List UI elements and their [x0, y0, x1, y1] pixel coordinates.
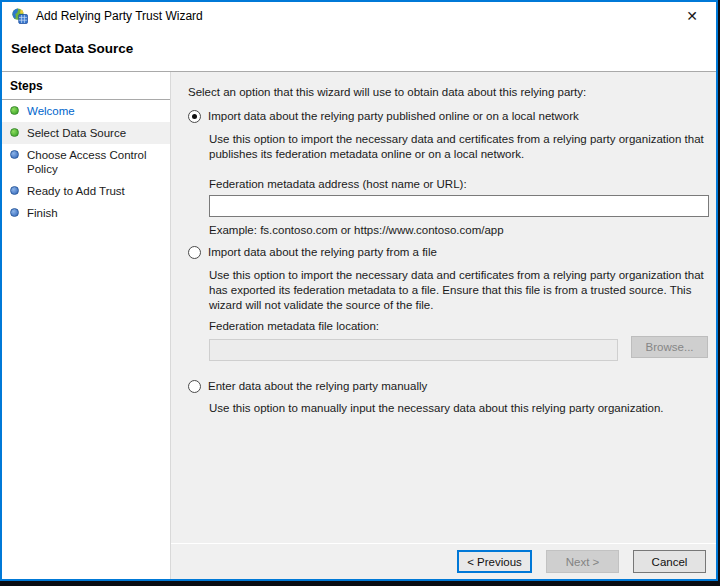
close-button[interactable]: ✕ — [676, 3, 708, 29]
button-bar: < Previous Next > Cancel — [171, 543, 716, 579]
page-title: Select Data Source — [11, 41, 716, 56]
example-text: Example: fs.contoso.com or https://www.c… — [209, 223, 708, 238]
title-bar: Add Relying Party Trust Wizard ✕ — [2, 2, 716, 30]
option-import-file: Import data about the relying party from… — [188, 245, 708, 260]
radio-label[interactable]: Enter data about the relying party manua… — [208, 379, 427, 394]
browse-button[interactable]: Browse... — [631, 336, 708, 358]
step-label: Ready to Add Trust — [27, 184, 125, 198]
wizard-window: Add Relying Party Trust Wizard ✕ Select … — [0, 0, 718, 581]
step-label: Select Data Source — [27, 126, 126, 140]
steps-sidebar: Steps Welcome Select Data Source Choose … — [2, 72, 171, 579]
radio-import-file[interactable] — [188, 246, 201, 259]
step-todo-bullet-icon — [10, 150, 19, 159]
metadata-file-input[interactable] — [209, 339, 618, 361]
metadata-file-label: Federation metadata file location: — [209, 319, 708, 334]
main-area: Steps Welcome Select Data Source Choose … — [2, 72, 716, 579]
content-pane: Select an option that this wizard will u… — [171, 72, 716, 579]
adfs-wizard-icon — [12, 8, 28, 24]
option-enter-manually: Enter data about the relying party manua… — [188, 379, 708, 394]
sidebar-item-ready-to-add-trust: Ready to Add Trust — [2, 180, 170, 202]
metadata-address-input[interactable] — [209, 195, 709, 217]
step-todo-bullet-icon — [10, 208, 19, 217]
page-header: Select Data Source — [2, 30, 716, 72]
next-button[interactable]: Next > — [546, 550, 619, 573]
option-import-file-description: Use this option to import the necessary … — [209, 268, 708, 313]
radio-label[interactable]: Import data about the relying party publ… — [208, 109, 579, 124]
metadata-address-label: Federation metadata address (host name o… — [209, 177, 708, 192]
radio-label[interactable]: Import data about the relying party from… — [208, 245, 437, 260]
close-icon: ✕ — [686, 8, 698, 24]
sidebar-item-welcome[interactable]: Welcome — [2, 100, 170, 122]
option-enter-manually-description: Use this option to manually input the ne… — [209, 401, 708, 416]
step-label: Finish — [27, 206, 58, 220]
step-label: Choose Access Control Policy — [27, 148, 164, 176]
step-todo-bullet-icon — [10, 186, 19, 195]
radio-enter-manually[interactable] — [188, 380, 201, 393]
sidebar-item-finish: Finish — [2, 202, 170, 224]
step-label: Welcome — [27, 104, 75, 118]
option-import-online: Import data about the relying party publ… — [188, 109, 708, 124]
option-import-online-description: Use this option to import the necessary … — [209, 132, 708, 162]
window-title: Add Relying Party Trust Wizard — [36, 9, 203, 23]
radio-import-online[interactable] — [188, 110, 201, 123]
content-body: Select an option that this wizard will u… — [171, 72, 716, 543]
file-input-row: Browse... — [209, 336, 708, 361]
sidebar-item-choose-access-control-policy: Choose Access Control Policy — [2, 144, 170, 180]
cancel-button[interactable]: Cancel — [633, 550, 706, 573]
steps-heading: Steps — [2, 72, 170, 100]
intro-text: Select an option that this wizard will u… — [188, 85, 708, 100]
sidebar-item-select-data-source[interactable]: Select Data Source — [2, 122, 170, 144]
previous-button[interactable]: < Previous — [457, 550, 532, 573]
step-done-bullet-icon — [10, 128, 19, 137]
step-done-bullet-icon — [10, 106, 19, 115]
